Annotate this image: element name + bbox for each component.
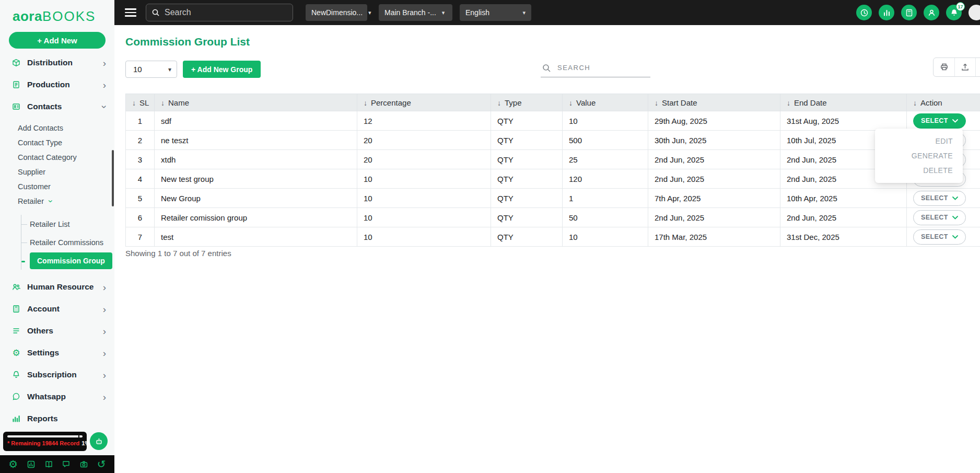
column-header-value[interactable]: ↓Value xyxy=(563,94,648,111)
sidebar-item-retailer-list[interactable]: Retailer List xyxy=(21,215,114,233)
row-select-button[interactable]: SELECT xyxy=(913,229,966,245)
row-select-button[interactable]: SELECT xyxy=(913,210,966,225)
cell-sl: 6 xyxy=(126,208,155,227)
topbar-search-input[interactable] xyxy=(165,8,287,17)
sidebar-item-settings[interactable]: ⚙ Settings › xyxy=(0,342,114,364)
caret-down-icon: ▾ xyxy=(522,9,526,16)
column-header-type[interactable]: ↓Type xyxy=(491,94,563,111)
add-new-button[interactable]: + Add New xyxy=(9,32,106,49)
column-header-label: Value xyxy=(576,98,596,107)
column-header-sl[interactable]: ↓SL xyxy=(126,94,155,111)
page-size-select[interactable]: 10 ▾ xyxy=(125,61,177,78)
column-header-end-date[interactable]: ↓End Date xyxy=(780,94,907,111)
columns-button[interactable] xyxy=(975,58,980,76)
sidebar-item-label: Distribution xyxy=(27,58,103,67)
sidebar-item-commission-group[interactable]: Commission Group xyxy=(21,251,114,270)
row-select-button[interactable]: SELECT xyxy=(913,191,966,206)
sidebar-item-add-contacts[interactable]: Add Contacts xyxy=(0,121,114,135)
sidebar-item-retailer-commissions[interactable]: Retailer Commissions xyxy=(21,233,114,251)
hamburger-menu-icon[interactable] xyxy=(125,6,136,19)
cell-sl: 1 xyxy=(126,111,155,131)
topbar: NewDimensio... ▾ Main Branch -... ▾ Engl… xyxy=(114,0,980,25)
main-content: Commission Group List 10 ▾ + Add New Gro… xyxy=(114,25,980,473)
chevron-down-icon xyxy=(952,216,958,220)
row-select-button[interactable]: SELECT xyxy=(913,113,966,129)
sidebar-scrollbar[interactable] xyxy=(112,150,114,206)
sidebar-item-retailer[interactable]: Retailer › xyxy=(0,194,114,209)
print-button[interactable] xyxy=(934,58,954,76)
table-row: 6 Retailer comission group 10 QTY 50 2nd… xyxy=(126,208,980,227)
table-search-input[interactable] xyxy=(557,64,649,72)
page-title: Commission Group List xyxy=(125,36,250,48)
sidebar-item-label: Whatsapp xyxy=(27,392,103,401)
column-header-label: Type xyxy=(505,98,522,107)
cell-value: 25 xyxy=(563,150,648,169)
topbar-icon-group: 17 xyxy=(856,5,980,20)
assistant-button[interactable] xyxy=(90,432,108,450)
sort-icon: ↓ xyxy=(787,99,790,107)
sidebar-item-subscription[interactable]: Subscription › xyxy=(0,364,114,386)
branch-dropdown-value: Main Branch -... xyxy=(384,8,436,17)
sort-icon: ↓ xyxy=(364,99,367,107)
menu-item-edit[interactable]: EDIT xyxy=(875,134,963,148)
sidebar-item-customer[interactable]: Customer xyxy=(0,179,114,194)
cell-end-date: 2nd Jun, 2025 xyxy=(780,208,907,227)
sidebar-item-contact-category[interactable]: Contact Category xyxy=(0,150,114,165)
sidebar-item-others[interactable]: Others › xyxy=(0,320,114,342)
table-search[interactable] xyxy=(541,59,650,77)
column-header-name[interactable]: ↓Name xyxy=(155,94,357,111)
column-header-action[interactable]: ↓Action xyxy=(907,94,980,111)
menu-item-delete[interactable]: DELETE xyxy=(875,163,963,178)
book-icon[interactable] xyxy=(44,460,53,469)
sidebar-item-label: Production xyxy=(27,80,103,89)
cell-type: QTY xyxy=(491,131,563,150)
export-button[interactable] xyxy=(954,58,975,76)
contact-card-icon xyxy=(11,102,21,111)
add-new-group-button[interactable]: + Add New Group xyxy=(183,61,261,78)
sidebar-item-production[interactable]: Production › xyxy=(0,74,114,96)
chart-panel-icon[interactable] xyxy=(27,460,36,469)
column-header-label: SL xyxy=(139,98,149,107)
language-dropdown[interactable]: English ▾ xyxy=(460,4,531,21)
cell-name: ne teszt xyxy=(155,131,357,150)
chat-icon[interactable] xyxy=(62,460,71,469)
calculator-button[interactable] xyxy=(901,5,917,20)
notifications-button[interactable]: 17 xyxy=(946,5,962,20)
sidebar-item-contacts[interactable]: Contacts › xyxy=(0,96,114,118)
company-dropdown-value: NewDimensio... xyxy=(311,8,363,17)
menu-item-generate[interactable]: GENERATE xyxy=(875,148,963,163)
cell-value: 10 xyxy=(563,111,648,131)
company-dropdown[interactable]: NewDimensio... ▾ xyxy=(306,4,367,21)
brand-part2: BOOKS xyxy=(42,8,96,24)
undo-icon[interactable]: ↺ xyxy=(97,459,106,469)
users-button[interactable] xyxy=(924,5,939,20)
branch-dropdown[interactable]: Main Branch -... ▾ xyxy=(379,4,452,21)
analytics-button[interactable] xyxy=(879,5,894,20)
chevron-down-icon xyxy=(952,197,958,200)
search-icon xyxy=(542,63,551,73)
document-icon xyxy=(11,80,21,89)
sidebar-item-human-resource[interactable]: Human Resource › xyxy=(0,276,114,298)
cell-type: QTY xyxy=(491,189,563,208)
profile-button[interactable] xyxy=(969,5,980,20)
chevron-down-icon xyxy=(952,235,958,239)
cell-value: 1 xyxy=(563,189,648,208)
sidebar-menu: Distribution › Production › Contacts › A… xyxy=(0,52,114,430)
usage-meter[interactable]: * Remaining 19844 Record1% xyxy=(3,432,87,451)
entries-summary: Showing 1 to 7 out of 7 entries xyxy=(125,249,231,258)
column-header-start-date[interactable]: ↓Start Date xyxy=(648,94,780,111)
camera-icon[interactable] xyxy=(79,460,88,469)
topbar-search[interactable] xyxy=(146,4,293,21)
sidebar-item-supplier[interactable]: Supplier xyxy=(0,165,114,179)
sidebar-item-contact-type[interactable]: Contact Type xyxy=(0,135,114,150)
cell-percentage: 20 xyxy=(357,150,491,169)
sidebar-item-label: Subscription xyxy=(27,370,103,379)
column-header-percentage[interactable]: ↓Percentage xyxy=(357,94,491,111)
sidebar-item-whatsapp[interactable]: Whatsapp › xyxy=(0,386,114,408)
time-tracker-button[interactable] xyxy=(856,5,872,20)
gear-icon[interactable]: ⚙ xyxy=(8,459,18,469)
sidebar-item-reports[interactable]: Reports xyxy=(0,408,114,430)
page-size-value: 10 xyxy=(133,65,142,74)
sidebar-item-account[interactable]: Account › xyxy=(0,298,114,320)
sidebar-item-distribution[interactable]: Distribution › xyxy=(0,52,114,74)
